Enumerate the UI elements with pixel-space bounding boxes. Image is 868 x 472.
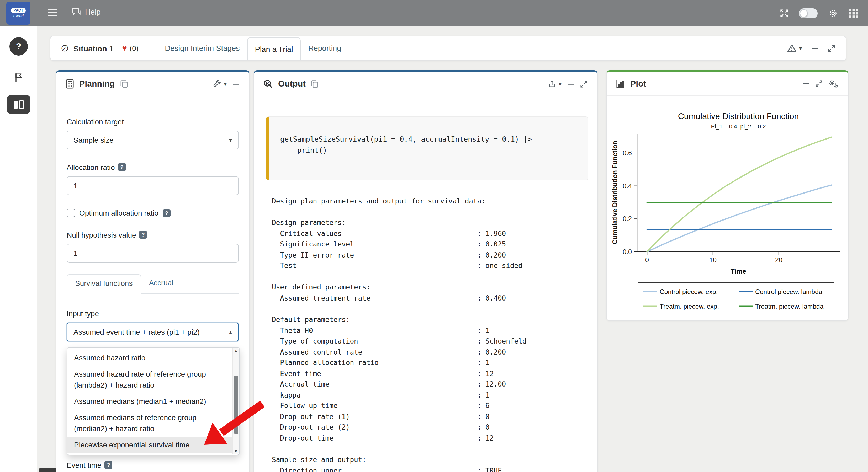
svg-text:0.6: 0.6 [623,149,632,157]
help-badge-icon[interactable]: ? [118,163,126,171]
svg-text:Control piecew. exp.: Control piecew. exp. [660,288,718,295]
help-badge-icon[interactable]: ? [139,231,147,239]
tab-reporting[interactable]: Reporting [301,36,349,60]
input-type-select[interactable]: Assumed event time + rates (pi1 + pi2) ▴ [67,323,239,341]
logo-cloud-shape: PACT [11,8,26,13]
calculator-icon [66,79,74,89]
allocation-ratio-label: Allocation ratio ? [67,162,239,172]
chart-icon [616,79,625,88]
planning-title: Planning [79,79,115,89]
expand-icon[interactable] [828,44,835,52]
svg-text:0: 0 [645,256,649,264]
input-type-option[interactable]: Assumed medians (median1 + median2) [67,393,232,410]
planning-panel: Planning ▾ Calculation target Sample siz… [56,70,250,472]
left-sidebar: ? [0,26,37,472]
flag-icon [13,72,24,82]
chevron-up-icon: ▴ [229,329,232,335]
expand-icon[interactable] [815,80,823,88]
svg-text:Cumulative Distribution Functi: Cumulative Distribution Function [678,111,799,121]
collapse-minus-icon[interactable] [567,80,575,88]
chat-bubble-icon [71,7,81,16]
input-type-option[interactable]: Assumed hazard ratio [67,350,232,366]
planning-subtabs: Survival functions Accrual [67,274,239,294]
subtab-accrual[interactable]: Accrual [141,274,181,293]
subtab-survival-functions[interactable]: Survival functions [67,274,141,294]
fullscreen-icon[interactable] [780,9,789,18]
calculation-target-select[interactable]: Sample size ▾ [67,131,239,149]
svg-text:Control piecew. lambda: Control piecew. lambda [755,288,823,295]
calculation-target-label: Calculation target [67,116,239,126]
svg-text:Treatm. piecew. lambda: Treatm. piecew. lambda [755,303,824,310]
svg-text:Pi_1 = 0.4, pi_2 = 0.2: Pi_1 = 0.4, pi_2 = 0.2 [711,123,766,130]
situation-title[interactable]: Situation 1 [73,44,114,53]
input-type-option[interactable]: Assumed medians of reference group (medi… [67,410,232,437]
scroll-down-icon[interactable]: ▼ [234,449,238,454]
export-dropdown-button[interactable]: ▾ [548,80,561,88]
r-code-block: getSampleSizeSurvival(pi1 = 0.4, accrual… [266,116,588,180]
favorites-count: (0) [130,44,138,53]
plot-panel: Plot 0.00.20.40.601020Cumulative Distrib… [606,70,848,321]
null-hypothesis-label: Null hypothesis value ? [67,230,239,240]
plot-title: Plot [630,79,646,88]
output-report-text: Design plan parameters and output for su… [272,196,527,472]
workspace-tab-bar: ∅ Situation 1 ♥ (0) Design Interim Stage… [50,36,846,61]
heart-icon[interactable]: ♥ [122,43,127,53]
null-hypothesis-input[interactable] [67,244,239,263]
export-icon [548,80,557,88]
help-question-button[interactable]: ? [9,37,28,56]
input-type-option[interactable]: Piecewise exponential survival time [67,437,232,453]
input-type-option[interactable]: Assumed hazard rate of reference group (… [67,366,232,393]
theme-toggle[interactable] [799,8,817,18]
expand-icon[interactable] [580,80,588,88]
cdf-chart: 0.00.20.40.601020Cumulative Distribution… [607,98,848,321]
collapse-minus-icon[interactable] [232,80,240,88]
help-badge-icon[interactable]: ? [104,461,112,469]
planning-settings-wrench-dropdown[interactable]: ▾ [213,80,227,88]
copy-icon[interactable] [311,80,319,88]
svg-text:0.0: 0.0 [623,248,632,256]
output-panel: R Output ▾ [253,70,598,472]
svg-text:10: 10 [709,256,717,264]
apps-grid-icon[interactable] [848,8,859,18]
optimum-allocation-checkbox[interactable] [67,209,75,217]
input-type-label: Input type [67,308,239,318]
help-badge-icon[interactable]: ? [163,209,170,217]
tab-plan-a-trial[interactable]: Plan a Trial [247,37,301,60]
svg-text:R: R [266,81,269,86]
event-time-label: Event time ? [67,460,239,470]
warning-triangle-icon [787,44,797,53]
menu-toggle-button[interactable] [47,9,58,19]
output-title: Output [278,79,306,89]
flag-bookmark-button[interactable] [13,72,24,85]
warnings-dropdown-button[interactable]: ▾ [787,44,802,53]
panels-icon [13,100,24,109]
svg-text:0.4: 0.4 [623,182,632,190]
main-tabs: Design Interim Stages Plan a Trial Repor… [157,36,348,60]
allocation-ratio-input[interactable] [67,176,239,195]
settings-gear-icon[interactable] [828,8,839,19]
hamburger-icon [47,9,58,17]
plot-options-gears-icon[interactable] [828,79,839,88]
svg-text:Treatm. piecew. exp.: Treatm. piecew. exp. [660,303,719,310]
svg-text:0.2: 0.2 [623,215,632,222]
empty-set-icon: ∅ [61,43,69,54]
scroll-up-icon[interactable]: ▲ [234,348,238,353]
scrollbar-thumb[interactable] [234,375,238,434]
r-code-text: getSampleSizeSurvival(pi1 = 0.4, accrual… [280,134,576,156]
toggle-knob [800,9,808,17]
svg-text:Cumulative Distribution Functi: Cumulative Distribution Function [611,141,618,244]
wrench-icon [213,80,222,88]
input-type-dropdown: Assumed hazard ratioAssumed hazard rate … [67,347,240,455]
pact-cloud-logo[interactable]: PACT Cloud [6,2,30,25]
dropdown-scrollbar[interactable]: ▲ ▼ [232,348,239,454]
optimum-allocation-row: Optimum allocation ratio ? [67,209,239,217]
topbar: PACT Cloud Help [0,0,868,26]
copy-icon[interactable] [120,80,128,88]
collapse-minus-icon[interactable] [802,80,810,88]
tab-design-interim-stages[interactable]: Design Interim Stages [157,36,247,60]
panels-layout-button[interactable] [7,95,30,114]
collapse-minus-icon[interactable] [811,44,819,52]
chevron-down-icon: ▾ [229,137,232,143]
help-button[interactable]: Help [71,7,101,16]
svg-text:Time: Time [731,267,746,275]
